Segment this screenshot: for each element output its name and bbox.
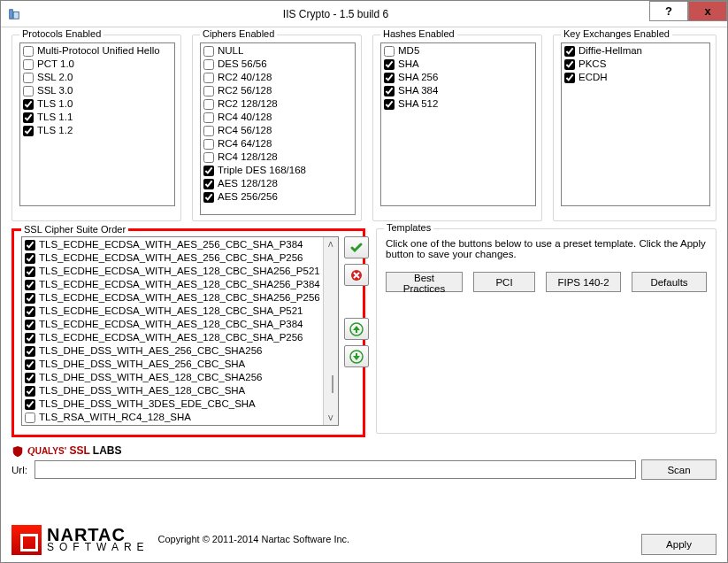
cipher-checkbox[interactable]: [203, 179, 214, 189]
hash-item[interactable]: SHA 256: [382, 71, 534, 84]
cipher-checkbox[interactable]: [203, 126, 214, 136]
accept-button[interactable]: [344, 236, 369, 258]
cipher-suite-item[interactable]: TLS_ECDHE_ECDSA_WITH_AES_256_CBC_SHA_P38…: [23, 238, 322, 251]
keyex-checkbox[interactable]: [564, 73, 575, 83]
cipher-item[interactable]: NULL: [202, 44, 354, 58]
hash-checkbox[interactable]: [384, 46, 395, 57]
cipher-suite-item[interactable]: TLS_ECDHE_ECDSA_WITH_AES_128_CBC_SHA256_…: [23, 291, 322, 305]
url-input[interactable]: [34, 460, 636, 479]
cipher-suite-checkbox[interactable]: [25, 280, 35, 290]
cipher-suite-checkbox[interactable]: [25, 346, 35, 357]
cipher-suite-item[interactable]: TLS_DHE_DSS_WITH_AES_128_CBC_SHA256: [23, 371, 322, 384]
pci-button[interactable]: PCI: [473, 272, 535, 292]
cipher-suite-item[interactable]: TLS_ECDHE_ECDSA_WITH_AES_128_CBC_SHA256_…: [23, 278, 322, 291]
cipher-item[interactable]: RC4 56/128: [202, 124, 354, 137]
cipher-suite-item[interactable]: TLS_DHE_DSS_WITH_3DES_EDE_CBC_SHA: [23, 397, 322, 411]
cipher-suite-checkbox[interactable]: [25, 320, 35, 330]
protocol-checkbox[interactable]: [23, 99, 34, 110]
hash-item[interactable]: SHA 512: [382, 97, 534, 111]
move-up-button[interactable]: [344, 318, 369, 340]
hash-item[interactable]: MD5: [382, 44, 534, 58]
cipher-suite-checkbox[interactable]: [25, 413, 35, 423]
cipher-checkbox[interactable]: [203, 73, 214, 83]
cipher-suite-checkbox[interactable]: [25, 266, 35, 277]
protocol-item[interactable]: SSL 3.0: [21, 84, 173, 97]
hashes-listbox[interactable]: MD5SHASHA 256SHA 384SHA 512: [380, 42, 536, 206]
cancel-button[interactable]: [344, 264, 369, 286]
cipher-item[interactable]: AES 256/256: [202, 190, 354, 204]
keyex-checkbox[interactable]: [564, 46, 575, 57]
hash-item[interactable]: SHA 384: [382, 84, 534, 97]
cipher-suite-item[interactable]: TLS_ECDHE_ECDSA_WITH_AES_128_CBC_SHA_P25…: [23, 331, 322, 344]
cipher-suite-checkbox[interactable]: [25, 306, 35, 317]
best-practices-button[interactable]: Best Practices: [386, 272, 463, 292]
apply-button[interactable]: Apply: [641, 534, 717, 555]
cipher-suite-item[interactable]: TLS_RSA_WITH_RC4_128_SHA: [23, 411, 322, 424]
fips-button[interactable]: FIPS 140-2: [546, 272, 621, 292]
cipher-suite-item[interactable]: TLS_ECDHE_ECDSA_WITH_AES_128_CBC_SHA256_…: [23, 265, 322, 278]
cipher-suite-checkbox[interactable]: [25, 386, 35, 397]
cipher-item[interactable]: RC2 128/128: [202, 97, 354, 111]
cipher-checkbox[interactable]: [203, 192, 214, 203]
protocol-checkbox[interactable]: [23, 46, 34, 57]
cipher-suite-item[interactable]: TLS_ECDHE_ECDSA_WITH_AES_128_CBC_SHA_P52…: [23, 305, 322, 318]
protocols-listbox[interactable]: Multi-Protocol Unified HelloPCT 1.0SSL 2…: [19, 42, 175, 206]
cipher-suite-item[interactable]: TLS_DHE_DSS_WITH_AES_256_CBC_SHA: [23, 358, 322, 371]
cipher-item[interactable]: AES 128/128: [202, 177, 354, 190]
cipher-suite-checkbox[interactable]: [25, 293, 35, 304]
cipher-checkbox[interactable]: [203, 152, 214, 163]
cipher-item[interactable]: RC2 40/128: [202, 71, 354, 84]
cipher-checkbox[interactable]: [203, 59, 214, 70]
scroll-thumb[interactable]: [332, 375, 333, 393]
hash-checkbox[interactable]: [384, 86, 395, 96]
scroll-down-icon[interactable]: ᐯ: [324, 411, 338, 425]
protocol-item[interactable]: SSL 2.0: [21, 71, 173, 84]
keyex-listbox[interactable]: Diffie-HellmanPKCSECDH: [561, 42, 710, 206]
protocol-item[interactable]: TLS 1.1: [21, 111, 173, 124]
hash-checkbox[interactable]: [384, 73, 395, 83]
defaults-button[interactable]: Defaults: [632, 272, 707, 292]
protocol-item[interactable]: PCT 1.0: [21, 58, 173, 71]
protocol-checkbox[interactable]: [23, 112, 34, 123]
keyex-item[interactable]: PKCS: [563, 58, 709, 71]
close-button[interactable]: x: [688, 1, 727, 21]
cipher-suite-item[interactable]: TLS_DHE_DSS_WITH_AES_128_CBC_SHA: [23, 384, 322, 397]
cipher-suite-checkbox[interactable]: [25, 240, 35, 251]
hash-item[interactable]: SHA: [382, 58, 534, 71]
scrollbar[interactable]: ᐱ ᐯ: [323, 237, 338, 425]
keyex-item[interactable]: ECDH: [563, 71, 709, 84]
protocol-checkbox[interactable]: [23, 73, 34, 83]
scan-button[interactable]: Scan: [641, 459, 717, 480]
cipher-checkbox[interactable]: [203, 166, 214, 176]
cipher-checkbox[interactable]: [203, 139, 214, 150]
keyex-checkbox[interactable]: [564, 59, 575, 70]
protocol-checkbox[interactable]: [23, 59, 34, 70]
cipher-item[interactable]: Triple DES 168/168: [202, 164, 354, 177]
scroll-up-icon[interactable]: ᐱ: [324, 237, 338, 251]
cipher-suite-item[interactable]: TLS_DHE_DSS_WITH_AES_256_CBC_SHA256: [23, 344, 322, 358]
cipher-suite-checkbox[interactable]: [25, 333, 35, 343]
cipher-checkbox[interactable]: [203, 86, 214, 96]
cipher-suite-item[interactable]: TLS_ECDHE_ECDSA_WITH_AES_256_CBC_SHA_P25…: [23, 251, 322, 265]
cipher-item[interactable]: RC4 40/128: [202, 111, 354, 124]
move-down-button[interactable]: [344, 345, 369, 367]
protocol-item[interactable]: Multi-Protocol Unified Hello: [21, 44, 173, 58]
cipher-checkbox[interactable]: [203, 99, 214, 110]
protocol-item[interactable]: TLS 1.2: [21, 124, 173, 137]
protocol-checkbox[interactable]: [23, 86, 34, 96]
cipher-item[interactable]: RC4 64/128: [202, 137, 354, 150]
cipher-checkbox[interactable]: [203, 46, 214, 57]
cipher-checkbox[interactable]: [203, 112, 214, 123]
hash-checkbox[interactable]: [384, 99, 395, 110]
keyex-item[interactable]: Diffie-Hellman: [563, 44, 709, 58]
cipher-suite-checkbox[interactable]: [25, 399, 35, 410]
cipher-suite-checkbox[interactable]: [25, 359, 35, 370]
cipher-suite-item[interactable]: TLS_ECDHE_ECDSA_WITH_AES_128_CBC_SHA_P38…: [23, 318, 322, 331]
ciphers-listbox[interactable]: NULLDES 56/56RC2 40/128RC2 56/128RC2 128…: [200, 42, 356, 215]
protocol-item[interactable]: TLS 1.0: [21, 97, 173, 111]
cipher-item[interactable]: RC4 128/128: [202, 150, 354, 164]
cipher-item[interactable]: RC2 56/128: [202, 84, 354, 97]
cipher-suite-checkbox[interactable]: [25, 373, 35, 383]
cipher-item[interactable]: DES 56/56: [202, 58, 354, 71]
cipher-suite-checkbox[interactable]: [25, 253, 35, 264]
